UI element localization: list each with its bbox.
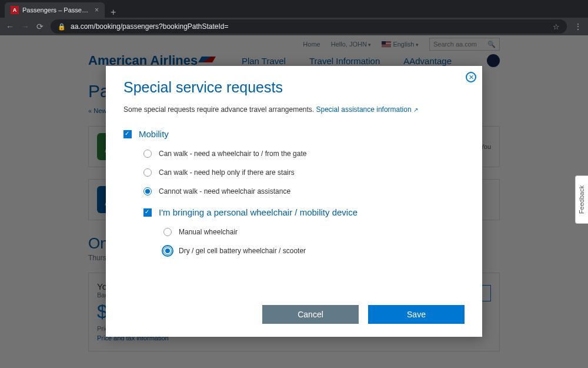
browser-tab[interactable]: A Passengers – Passenger detail × <box>5 2 105 18</box>
modal-actions: Cancel Save <box>262 305 465 324</box>
forward-icon: → <box>21 22 29 31</box>
radio-icon[interactable] <box>143 150 152 158</box>
special-service-modal: ✕ Special service requests Some special … <box>106 66 482 337</box>
lock-icon: 🔒 <box>58 23 66 31</box>
new-tab-button[interactable]: + <box>105 7 122 18</box>
mobility-label: Mobility <box>139 129 169 139</box>
radio-cannot-walk[interactable]: Cannot walk - need wheelchair assistance <box>143 187 465 195</box>
url-text: aa.com/booking/passengers?bookingPathSta… <box>71 22 229 31</box>
external-link-icon: ↗ <box>413 107 418 113</box>
save-button[interactable]: Save <box>368 305 465 324</box>
radio-icon[interactable] <box>163 228 172 236</box>
assistance-link[interactable]: Special assistance information ↗ <box>316 105 418 114</box>
address-bar: ← → ⟳ 🔒 aa.com/booking/passengers?bookin… <box>0 18 588 35</box>
mobility-checkbox-row[interactable]: Mobility <box>123 129 465 139</box>
back-icon[interactable]: ← <box>6 22 14 31</box>
close-icon[interactable]: ✕ <box>466 72 476 82</box>
radio-icon[interactable] <box>143 168 152 177</box>
bringing-device-checkbox-row[interactable]: I'm bringing a personal wheelchair / mob… <box>143 207 465 217</box>
bookmark-icon[interactable]: ☆ <box>553 22 560 31</box>
tab-title: Passengers – Passenger detail <box>22 6 91 14</box>
radio-drygel-wheelchair[interactable]: Dry / gel cell battery wheelchair / scoo… <box>163 247 465 255</box>
cancel-button[interactable]: Cancel <box>262 305 359 324</box>
favicon: A <box>11 6 19 14</box>
reload-icon[interactable]: ⟳ <box>36 22 44 31</box>
radio-selected-icon[interactable] <box>143 187 152 195</box>
bringing-label: I'm bringing a personal wheelchair / mob… <box>159 207 358 217</box>
feedback-tab[interactable]: Feedback <box>575 175 588 224</box>
mobility-options: Can walk - need a wheelchair to / from t… <box>143 150 465 195</box>
radio-selected-icon[interactable] <box>163 247 172 255</box>
close-icon[interactable]: × <box>95 6 99 14</box>
device-options: Manual wheelchair Dry / gel cell battery… <box>163 228 465 255</box>
modal-intro: Some special requests require advance tr… <box>123 105 465 114</box>
checkbox-checked-icon[interactable] <box>143 208 152 217</box>
browser-menu-icon[interactable]: ⋮ <box>574 22 582 31</box>
url-field[interactable]: 🔒 aa.com/booking/passengers?bookingPathS… <box>51 19 567 34</box>
checkbox-checked-icon[interactable] <box>123 130 132 138</box>
tab-strip: A Passengers – Passenger detail × + <box>0 0 588 18</box>
modal-title: Special service requests <box>123 79 465 96</box>
radio-walk-gate[interactable]: Can walk - need a wheelchair to / from t… <box>143 150 465 158</box>
radio-manual-wheelchair[interactable]: Manual wheelchair <box>163 228 465 236</box>
radio-walk-stairs[interactable]: Can walk - need help only if there are s… <box>143 168 465 177</box>
